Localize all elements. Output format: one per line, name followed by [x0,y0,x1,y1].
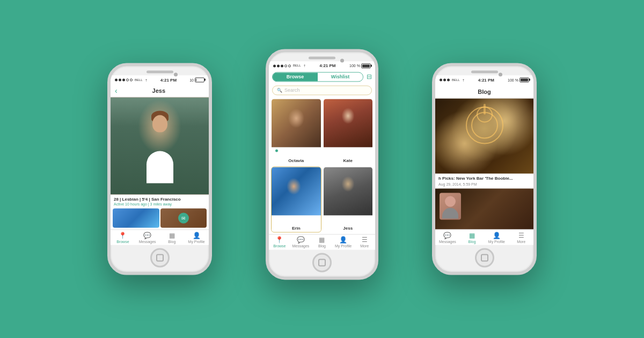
head-decoration [152,115,167,132]
messages-icon-center: 💬 [297,236,305,244]
nav-browse-center[interactable]: 📍 Browse [269,234,290,249]
status-bar-left: BELL ⇡ 4:21 PM 10 [111,76,209,84]
profile-stats: 28 | Lesbian | 5'4 | San Francisco [114,197,206,202]
nav-bar-right: 💬 Messages ▦ Blog 👤 My Profile ☰ More [435,230,533,245]
body-decoration [147,151,173,183]
signal-left: BELL ⇡ [115,78,148,82]
nav-messages-left[interactable]: 💬 Messages [135,230,160,245]
profile-activity: Active 10 hours ago | 3 miles away [114,202,206,206]
nav-profile-center[interactable]: 👤 My Profile [333,234,354,249]
camera-right [499,73,502,77]
message-icon[interactable]: ✉ [178,213,189,224]
profile-icon-right: 👤 [493,232,501,239]
grid-label-octavia: Octavia [272,157,321,164]
profile-icon-left: 👤 [193,232,201,239]
home-button-right[interactable] [475,248,494,268]
nav-more-center[interactable]: ☰ More [354,234,375,249]
browse-icon-left: 📍 [119,232,127,239]
time-left: 4:21 PM [160,77,177,82]
browse-grid: Octavia Kate Erin Jess [269,97,375,234]
photo-kate [324,99,373,147]
messages-icon-left: 💬 [143,232,151,239]
tab-group: Browse Wishlist [272,72,363,82]
tab-wishlist[interactable]: Wishlist [318,72,363,81]
nav-bar-center: 📍 Browse 💬 Messages ▦ Blog 👤 My Profile … [269,234,375,249]
home-button-center[interactable] [312,253,332,272]
photo-erin [272,167,321,215]
profile-photo [111,98,209,195]
blog-photo-bottom [435,189,533,230]
browse-icon-center: 📍 [275,236,283,244]
online-indicator-octavia [275,149,279,152]
profile-thumbnails: ✉ [111,207,209,230]
carrier-right: BELL [452,78,460,82]
time-right: 4:21 PM [478,77,494,82]
filter-icon[interactable]: ⊟ [367,73,372,80]
blog-photo-top [435,99,533,174]
chandelier [463,104,506,147]
photo-octavia [272,99,321,147]
signal-center: BELL ⇡ [273,64,306,68]
nav-blog-left[interactable]: ▦ Blog [160,230,185,245]
search-placeholder: Search [284,87,300,93]
nav-blog-center[interactable]: ▦ Blog [311,234,333,249]
more-icon-right: ☰ [518,232,524,239]
person-portrait [440,193,461,220]
profile-name: Jess [121,87,197,94]
speaker-center [309,56,335,59]
nav-profile-right[interactable]: 👤 My Profile [485,230,509,245]
thumb-pool [113,209,159,228]
time-center: 4:21 PM [319,63,335,68]
more-icon-center: ☰ [362,236,368,244]
blog-icon-center: ▦ [319,236,325,244]
screen-right: BELL ⇡ 4:21 PM 100% Blog [435,76,533,245]
nav-profile-left[interactable]: 👤 My Profile [184,230,209,245]
blog-article-title: h Picks: New York Bar 'The Boobie... [435,174,533,182]
home-button-left[interactable] [150,248,170,268]
nav-bar-left: 📍 Browse 💬 Messages ▦ Blog 👤 My Profile [111,230,209,245]
grid-item-octavia[interactable]: Octavia [271,98,321,165]
grid-label-kate: Kate [324,157,373,164]
grid-item-kate[interactable]: Kate [323,98,374,165]
signal-right: BELL ⇡ [440,78,465,82]
nav-more-right[interactable]: ☰ More [509,230,533,245]
tab-browse[interactable]: Browse [273,72,318,81]
speaker-right [471,71,498,74]
speaker-left [147,71,173,74]
thumb-coffee: ✉ [160,209,207,228]
back-button[interactable]: ‹ [115,86,118,95]
profile-info: 28 | Lesbian | 5'4 | San Francisco Activ… [111,195,209,207]
camera-left [174,73,178,77]
nav-messages-right[interactable]: 💬 Messages [435,230,460,245]
messages-icon-right: 💬 [443,232,451,239]
screen-center: BELL ⇡ 4:21 PM 100% Browse Wishlist ⊟ [269,61,375,249]
profile-icon-center: 👤 [339,236,347,244]
screen-left: BELL ⇡ 4:21 PM 10 ‹ Jess [111,76,209,245]
nav-browse-left[interactable]: 📍 Browse [111,230,135,245]
photo-jess [324,167,373,215]
blog-content: h Picks: New York Bar 'The Boobie... Aug… [435,99,533,230]
battery-left: 10 [189,77,204,82]
camera-center [340,58,344,62]
battery-right: 100% [508,77,529,82]
portrait-body [442,208,458,219]
status-bar-center: BELL ⇡ 4:21 PM 100% [269,61,375,70]
portrait-head [445,196,456,207]
blog-icon-right: ▦ [469,232,475,239]
search-bar[interactable]: 🔍 Search [272,85,372,95]
grid-label-jess: Jess [324,225,373,232]
grid-item-erin[interactable]: Erin [271,166,321,233]
battery-center: 100% [349,63,371,68]
blog-header: Blog [435,84,533,99]
grid-label-erin: Erin [272,225,321,232]
phone-left: BELL ⇡ 4:21 PM 10 ‹ Jess [107,63,212,275]
carrier-center: BELL [293,64,301,67]
grid-item-jess[interactable]: Jess [323,166,374,233]
blog-article-date: Aug 29, 2014, 5:59 PM [435,182,533,188]
blog-icon-left: ▦ [169,232,175,239]
browse-header: Browse Wishlist ⊟ [269,70,375,84]
search-icon: 🔍 [277,88,282,93]
status-bar-right: BELL ⇡ 4:21 PM 100% [435,76,533,84]
nav-messages-center[interactable]: 💬 Messages [290,234,312,249]
nav-blog-right[interactable]: ▦ Blog [460,230,485,245]
